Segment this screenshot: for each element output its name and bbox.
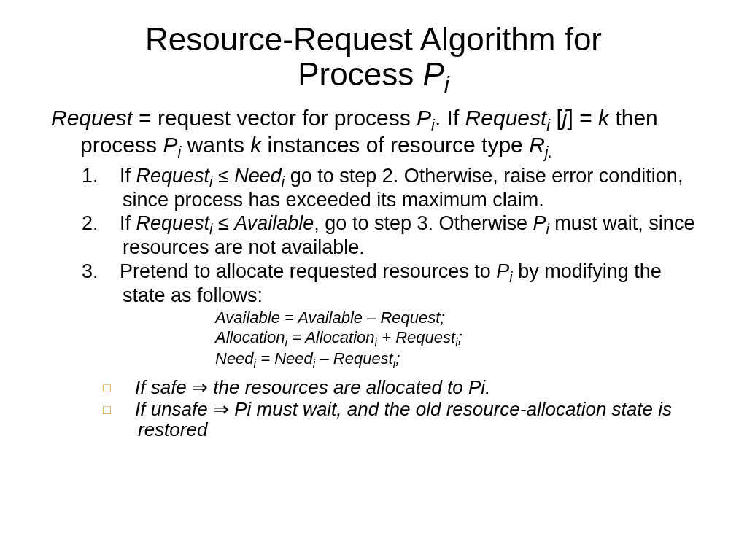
outcome-unsafe: □If unsafe ⇒ Pi must wait, and the old r…	[120, 399, 696, 440]
slide-title: Resource-Request Algorithm for Process P…	[51, 22, 696, 98]
intro-paragraph: Request = request vector for process Pi.…	[51, 106, 696, 161]
bullet-icon: □	[120, 403, 135, 418]
formula-allocation: Allocationi = Allocationi + Requesti;	[215, 328, 696, 349]
title-p: P	[422, 56, 444, 92]
outcome-safe: □If safe ⇒ the resources are allocated t…	[120, 377, 696, 397]
slide: Resource-Request Algorithm for Process P…	[0, 0, 747, 560]
steps-list: 1.If Requesti ≤ Needi go to step 2. Othe…	[102, 166, 696, 306]
title-p-sub: i	[444, 71, 449, 98]
formulas-block: Available = Available – Request; Allocat…	[215, 308, 696, 370]
step-1: 1.If Requesti ≤ Needi go to step 2. Othe…	[102, 166, 696, 211]
formula-need: Needi = Needi – Requesti;	[215, 349, 696, 370]
title-line2a: Process	[298, 56, 422, 92]
step-3: 3.Pretend to allocate requested resource…	[102, 261, 696, 306]
title-line1: Resource-Request Algorithm for	[145, 21, 602, 57]
outcomes-list: □If safe ⇒ the resources are allocated t…	[120, 377, 696, 440]
formula-available: Available = Available – Request;	[215, 308, 696, 327]
bullet-icon: □	[120, 381, 135, 396]
step-2: 2.If Requesti ≤ Available, go to step 3.…	[102, 213, 696, 258]
